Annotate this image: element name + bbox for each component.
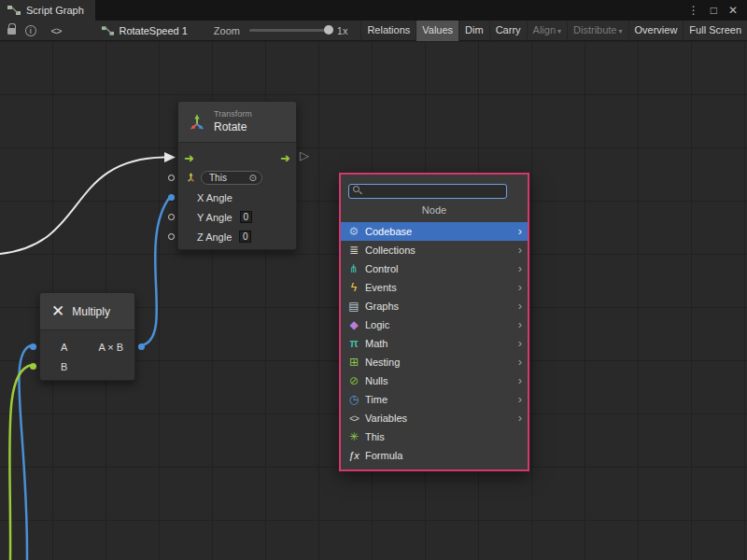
chevron-right-icon: ›: [518, 278, 522, 297]
finder-item-control[interactable]: ⋔ Control ›: [341, 259, 528, 278]
window-tab-bar: Script Graph ⋮ □ ✕: [0, 0, 747, 21]
info-icon[interactable]: [25, 25, 35, 36]
finder-item-formula[interactable]: ƒx Formula: [341, 446, 528, 465]
this-label: This: [209, 172, 227, 184]
script-graph-icon: [7, 5, 21, 16]
b-port[interactable]: [30, 363, 36, 370]
z-angle-port[interactable]: [168, 233, 175, 240]
finder-item-label: Logic: [365, 319, 389, 330]
run-triangle-icon: ▷: [300, 148, 309, 162]
logic-icon: ◆: [346, 318, 361, 331]
port-row-b: B: [40, 357, 134, 376]
tab-script-graph[interactable]: Script Graph: [0, 0, 95, 21]
node-transform-rotate[interactable]: Transform Rotate ➜ ➜ This ⊙: [177, 101, 297, 250]
y-angle-port[interactable]: [168, 214, 175, 220]
port-label: B: [61, 361, 67, 372]
chevron-right-icon: ›: [518, 353, 522, 371]
close-icon[interactable]: ✕: [728, 4, 738, 17]
graph-canvas[interactable]: Transform Rotate ➜ ➜ This ⊙: [0, 41, 747, 560]
codebase-icon: ⚙: [346, 225, 361, 238]
port-row-y-angle: Y Angle 0: [178, 207, 296, 227]
variables-icon: <>: [346, 413, 361, 424]
transform-mini-icon: [185, 172, 197, 184]
flow-out-arrow[interactable]: ➜: [280, 148, 290, 168]
overview-button[interactable]: Overview: [628, 21, 684, 41]
dim-button[interactable]: Dim: [458, 21, 489, 41]
zoom-slider-knob[interactable]: [324, 25, 333, 35]
port-label: Y Angle: [197, 212, 233, 223]
search-input[interactable]: [348, 184, 507, 199]
finder-item-logic[interactable]: ◆ Logic ›: [341, 315, 528, 334]
node-header[interactable]: ✕ Multiply: [40, 293, 134, 330]
finder-item-label: Nulls: [365, 375, 388, 386]
port-row-z-angle: Z Angle 0: [178, 227, 296, 246]
finder-item-graphs[interactable]: ▤ Graphs ›: [341, 297, 528, 315]
graphs-icon: ▤: [346, 300, 361, 313]
port-row-x-angle: X Angle: [178, 188, 296, 207]
code-view-icon[interactable]: <>: [51, 25, 62, 36]
finder-item-label: Graphs: [365, 301, 399, 312]
finder-item-time[interactable]: ◷ Time ›: [341, 390, 528, 409]
node-multiply[interactable]: ✕ Multiply A A × B B: [39, 292, 135, 381]
finder-item-label: Codebase: [365, 226, 412, 237]
chevron-down-icon: ▾: [619, 27, 623, 35]
distribute-button[interactable]: Distribute▾: [567, 21, 627, 41]
finder-item-nesting[interactable]: ⊞ Nesting ›: [341, 353, 528, 371]
this-target-field[interactable]: This ⊙: [201, 171, 262, 185]
toolbar-buttons: Relations Values Dim Carry Align▾ Distri…: [360, 21, 747, 41]
finder-item-label: Events: [365, 282, 397, 293]
y-angle-input[interactable]: 0: [240, 211, 252, 223]
maximize-icon[interactable]: □: [711, 4, 717, 17]
wire-arrowhead: [164, 152, 176, 162]
control-icon: ⋔: [346, 262, 361, 275]
port-label: X Angle: [197, 192, 233, 203]
finder-item-variables[interactable]: <> Variables ›: [341, 409, 528, 427]
relations-button[interactable]: Relations: [360, 21, 416, 41]
port-label: A: [61, 342, 67, 353]
this-port[interactable]: [168, 175, 175, 181]
zoom-slider[interactable]: [249, 29, 330, 32]
finder-item-events[interactable]: ϟ Events ›: [341, 278, 528, 297]
node-header[interactable]: Transform Rotate: [178, 102, 296, 143]
chevron-right-icon: ›: [518, 334, 522, 353]
graph-name[interactable]: RotateSpeed 1: [119, 25, 187, 36]
node-category: Transform: [214, 109, 252, 119]
chevron-down-icon: ▾: [557, 27, 561, 35]
finder-item-label: This: [365, 431, 385, 442]
chevron-right-icon: ›: [518, 315, 522, 334]
chevron-right-icon: ›: [518, 409, 522, 427]
target-icon[interactable]: ⊙: [249, 172, 257, 184]
zoom-label: Zoom: [214, 25, 240, 36]
finder-item-label: Collections: [365, 245, 416, 256]
finder-item-label: Variables: [365, 413, 407, 424]
finder-item-nulls[interactable]: ⊘ Nulls ›: [341, 371, 528, 390]
finder-item-collections[interactable]: ≣ Collections ›: [341, 241, 528, 259]
menu-icon[interactable]: ⋮: [688, 4, 699, 17]
transform-icon: [188, 113, 206, 132]
nulls-icon: ⊘: [346, 374, 361, 387]
time-icon: ◷: [346, 393, 361, 406]
lock-icon[interactable]: [7, 26, 18, 35]
search-icon: [353, 186, 359, 192]
unity-window: Script Graph ⋮ □ ✕ <> RotateSpeed 1 Zoom…: [0, 0, 747, 560]
chevron-right-icon: ›: [518, 297, 522, 315]
z-angle-input[interactable]: 0: [239, 231, 251, 243]
finder-item-label: Formula: [365, 450, 402, 461]
connection-wire-flow: [0, 158, 164, 255]
finder-item-codebase[interactable]: ⚙ Codebase ›: [341, 222, 528, 241]
result-port[interactable]: [138, 343, 145, 350]
fullscreen-button[interactable]: Full Screen: [683, 21, 747, 41]
flow-in-arrow[interactable]: ➜: [184, 148, 194, 168]
values-button[interactable]: Values: [416, 21, 458, 41]
finder-header: Node: [341, 204, 528, 216]
multiply-icon: ✕: [51, 301, 64, 321]
carry-button[interactable]: Carry: [489, 21, 527, 41]
x-angle-port[interactable]: [168, 194, 175, 201]
formula-icon: ƒx: [346, 450, 361, 461]
finder-item-math[interactable]: π Math ›: [341, 334, 528, 353]
nesting-icon: ⊞: [346, 356, 361, 369]
align-button[interactable]: Align▾: [527, 21, 567, 41]
finder-item-this[interactable]: ✳ This: [341, 427, 528, 446]
result-label: A × B: [98, 342, 123, 353]
a-port[interactable]: [30, 343, 36, 350]
